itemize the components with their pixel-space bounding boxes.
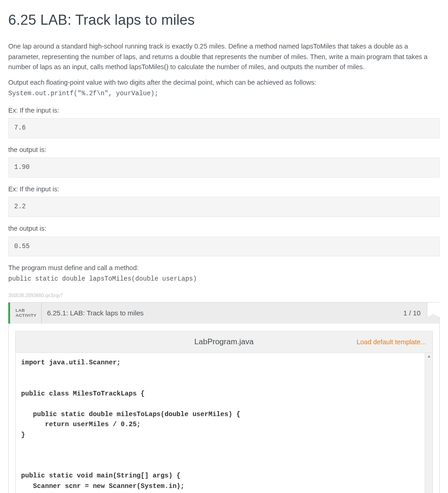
bookmark-flag-icon[interactable]	[427, 303, 440, 317]
scroll-up-icon[interactable]: ▴	[428, 354, 430, 358]
code-editor[interactable]: import java.util.Scanner; public class M…	[16, 353, 432, 493]
method-signature: public static double lapsToMiles(double …	[8, 274, 440, 284]
description-para-2: Output each floating-point value with tw…	[8, 77, 440, 87]
example2-input-label: Ex: If the input is:	[8, 184, 440, 194]
code-editor-container: import java.util.Scanner; public class M…	[15, 352, 433, 493]
file-header-bar: LabProgram.java Load default template...	[15, 331, 433, 352]
lab-body: LabProgram.java Load default template...…	[8, 324, 439, 493]
example1-input-box: 7.6	[8, 118, 440, 138]
example2-output-label: the output is:	[8, 223, 440, 233]
lab-activity-block: LAB ACTIVITY 6.25.1: LAB: Track laps to …	[8, 302, 440, 493]
editor-scrollbar[interactable]: ▴ ▾	[425, 353, 432, 493]
assignment-id: 350538.2093880.qx3zqy7	[8, 292, 440, 299]
lab-score: 1 / 10	[397, 303, 427, 324]
lab-activity-badge: LAB ACTIVITY	[10, 303, 42, 324]
example1-input-label: Ex: If the input is:	[8, 105, 440, 115]
description-para-1: One lap around a standard high-school ru…	[8, 41, 440, 72]
lab-badge-line-2: ACTIVITY	[16, 313, 37, 318]
load-default-template-link[interactable]: Load default template...	[254, 337, 426, 347]
lab-header: LAB ACTIVITY 6.25.1: LAB: Track laps to …	[8, 303, 439, 324]
example2-output-box: 0.55	[8, 237, 440, 257]
file-name: LabProgram.java	[194, 336, 253, 348]
example1-output-label: the output is:	[8, 145, 440, 155]
example2-input-box: 2.2	[8, 197, 440, 217]
printf-code-line: System.out.printf("%.2f\n", yourValue);	[8, 89, 440, 99]
method-requirement-text: The program must define and call a metho…	[8, 263, 440, 273]
page-title: 6.25 LAB: Track laps to miles	[8, 9, 440, 31]
lab-title: 6.25.1: LAB: Track laps to miles	[42, 303, 397, 324]
example1-output-box: 1.90	[8, 157, 440, 178]
